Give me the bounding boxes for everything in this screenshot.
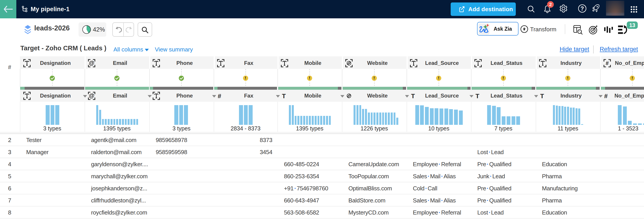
svg-text:#: # bbox=[606, 60, 609, 66]
